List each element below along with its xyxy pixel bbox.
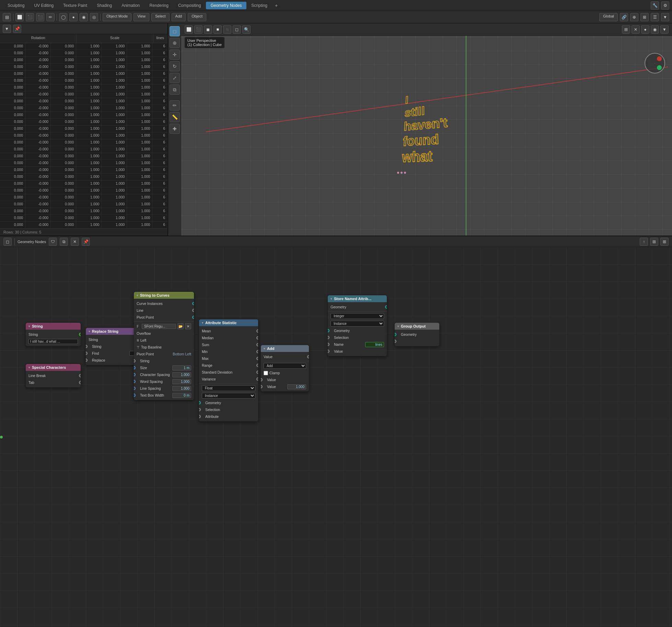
viewport-header-icon-1[interactable]: ⬜ — [185, 25, 193, 34]
attr-geom-socket[interactable] — [199, 401, 201, 404]
spreadsheet-row[interactable]: 0.000-0.0000.0001.0001.0001.0006 — [0, 43, 167, 50]
wireframe-icon[interactable]: ◯ — [59, 13, 67, 21]
spreadsheet-row[interactable]: 0.000-0.0000.0001.0001.0001.0006 — [0, 153, 167, 160]
spreadsheet-body[interactable]: 0.000-0.0000.0001.0001.0001.00060.000-0.… — [0, 43, 167, 228]
node-close-icon[interactable]: ✕ — [71, 238, 79, 246]
group-output-collapse[interactable]: ▾ — [397, 325, 399, 328]
spreadsheet-row[interactable]: 0.000-0.0000.0001.0001.0001.0006 — [0, 126, 167, 133]
proportional-edit-icon[interactable]: ⊕ — [630, 13, 638, 21]
spreadsheet-filter-icon[interactable]: ▼ — [3, 25, 11, 33]
select-tool-btn[interactable]: ◻ — [170, 26, 180, 36]
spreadsheet-row[interactable]: 0.000-0.0000.0001.0001.0001.0006 — [0, 84, 167, 91]
node-editor-canvas[interactable]: ▾ String String I still hav...d what ... — [0, 247, 672, 627]
output-extra-socket[interactable] — [395, 340, 396, 343]
render-icon[interactable]: ◎ — [90, 13, 98, 21]
viewport-filter-btn[interactable]: ▼ — [660, 25, 669, 34]
text-box-socket[interactable] — [134, 394, 136, 397]
spreadsheet-row[interactable]: 0.000-0.0000.0001.0001.0001.0006 — [0, 64, 167, 71]
special-node-collapse[interactable]: ▾ — [28, 366, 30, 369]
string-node[interactable]: ▾ String String I still hav...d what ... — [26, 323, 81, 346]
nav-circle[interactable]: · — [645, 53, 665, 73]
string-node-collapse[interactable]: ▾ — [28, 325, 30, 328]
view-menu[interactable]: View — [134, 13, 149, 21]
store-named-collapse[interactable]: ▾ — [331, 297, 332, 300]
layout-icon[interactable]: ⬜ — [15, 13, 24, 21]
word-spacing-value[interactable]: 1.000 — [172, 379, 191, 384]
material-icon[interactable]: ◉ — [80, 13, 88, 21]
spreadsheet-pin-icon[interactable]: 📌 — [13, 25, 21, 33]
max-socket[interactable] — [256, 357, 258, 360]
spreadsheet-row[interactable]: 0.000-0.0000.0001.0001.0001.0006 — [0, 78, 167, 84]
rotate-tool-btn[interactable]: ↻ — [170, 61, 180, 71]
viewport-header-icon-3[interactable]: ◼ — [204, 25, 212, 34]
xray-icon[interactable]: ☰ — [651, 13, 659, 21]
range-socket[interactable] — [256, 364, 258, 367]
viewport-3d[interactable]: ◻ ⊕ ✛ ↻ ⤢ ⧉ ✏ 📏 ✚ ⬜ ⬛ ◼ ◽ ◾ ◻ 🔍 — [168, 23, 672, 236]
node-copy-icon[interactable]: ⧉ — [60, 238, 68, 246]
add-node[interactable]: ▾ Add Value Add — [261, 345, 309, 391]
transform-tool-btn[interactable]: ⧉ — [170, 84, 180, 95]
spreadsheet-row[interactable]: 0.000-0.0000.0001.0001.0001.0006 — [0, 146, 167, 153]
annotate-tool-btn[interactable]: ✏ — [170, 100, 180, 111]
spreadsheet-row[interactable]: 0.000-0.0000.0001.0001.0001.0006 — [0, 133, 167, 139]
instance-domain-dropdown[interactable]: Instance — [331, 321, 384, 327]
viewport-shading-radio[interactable]: ● — [641, 25, 649, 34]
replace-node-collapse[interactable]: ▾ — [89, 330, 90, 333]
move-tool-btn[interactable]: ✛ — [170, 49, 180, 60]
spreadsheet-row[interactable]: 0.000-0.0000.0001.0001.0001.0006 — [0, 167, 167, 174]
sum-socket[interactable] — [256, 343, 258, 346]
filter-icon[interactable]: ▼ — [661, 13, 669, 21]
store-val-in-socket[interactable] — [328, 350, 329, 353]
tab-scripting[interactable]: Scripting — [246, 2, 272, 9]
tab-geometry-nodes[interactable]: Geometry Nodes — [206, 2, 247, 9]
transform-orientation[interactable]: Global — [599, 13, 618, 21]
scale-tool-btn[interactable]: ⤢ — [170, 73, 180, 83]
spreadsheet-row[interactable]: 0.000-0.0000.0001.0001.0001.0006 — [0, 50, 167, 57]
tab-animation[interactable]: Animation — [117, 2, 144, 9]
snap-icon[interactable]: 🔗 — [620, 13, 628, 21]
add-node-collapse[interactable]: ▾ — [264, 347, 265, 350]
spreadsheet-row[interactable]: 0.000-0.0000.0001.0001.0001.0006 — [0, 139, 167, 146]
store-sel-in-socket[interactable] — [328, 336, 329, 339]
annotate-icon[interactable]: ✏ — [46, 13, 55, 21]
domain-dropdown[interactable]: Instance — [202, 393, 255, 399]
node-editor-type-icon[interactable]: ◻ — [3, 238, 12, 246]
tab-uv-editing[interactable]: UV Editing — [29, 2, 58, 9]
spreadsheet-row[interactable]: 0.000-0.0000.0001.0001.0001.0006 — [0, 194, 167, 201]
viewport-overlay-btn[interactable]: ⊞ — [622, 25, 630, 34]
line-spacing-value[interactable]: 1.000 — [172, 386, 191, 391]
spreadsheet-row[interactable]: 0.000-0.0000.0001.0001.0001.0006 — [0, 222, 167, 228]
select-box-icon[interactable]: ⬛ — [26, 13, 34, 21]
viewport-header-icon-5[interactable]: ◾ — [223, 25, 231, 34]
node-arrange-icon[interactable]: ↑ — [640, 238, 648, 246]
node-grid-icon[interactable]: ⊞ — [660, 238, 669, 246]
line-spacing-socket[interactable] — [134, 387, 136, 390]
overlay-icon[interactable]: ⊞ — [640, 13, 649, 21]
add-clamp-checkbox[interactable] — [264, 371, 268, 375]
min-socket[interactable] — [256, 350, 258, 353]
tab-shading[interactable]: Shading — [92, 2, 117, 9]
float-type-dropdown[interactable]: Float — [202, 385, 255, 391]
attr-attr-socket[interactable] — [199, 415, 201, 418]
spreadsheet-row[interactable]: 0.000-0.0000.0001.0001.0001.0006 — [0, 208, 167, 215]
spreadsheet-row[interactable]: 0.000-0.0000.0001.0001.0001.0006 — [0, 119, 167, 126]
group-output-node[interactable]: ▾ Group Output Geometry — [395, 323, 439, 346]
char-spacing-socket[interactable] — [134, 373, 136, 376]
node-shield-icon[interactable]: 🛡 — [49, 238, 57, 246]
viewport-header-icon-6[interactable]: ◻ — [233, 25, 241, 34]
curve-instances-socket[interactable] — [192, 302, 194, 305]
measure-tool-btn[interactable]: 📏 — [170, 112, 180, 122]
font-open-icon[interactable]: 📂 — [177, 323, 184, 329]
variance-socket[interactable] — [256, 377, 258, 381]
font-select-btn[interactable]: SFont Regu... — [142, 324, 176, 329]
mean-socket[interactable] — [256, 329, 258, 333]
select-menu[interactable]: Select — [151, 13, 170, 21]
word-spacing-socket[interactable] — [134, 380, 136, 383]
replace-replace-socket[interactable] — [86, 358, 88, 362]
line-break-socket[interactable] — [79, 374, 81, 377]
attr-stat-node[interactable]: ▾ Attribute Statistic Mean Median — [199, 319, 258, 421]
string-out-socket[interactable] — [79, 333, 81, 336]
spreadsheet-row[interactable]: 0.000-0.0000.0001.0001.0001.0006 — [0, 105, 167, 112]
attr-sel-socket[interactable] — [199, 408, 201, 411]
tab-compositing[interactable]: Compositing — [173, 2, 206, 9]
